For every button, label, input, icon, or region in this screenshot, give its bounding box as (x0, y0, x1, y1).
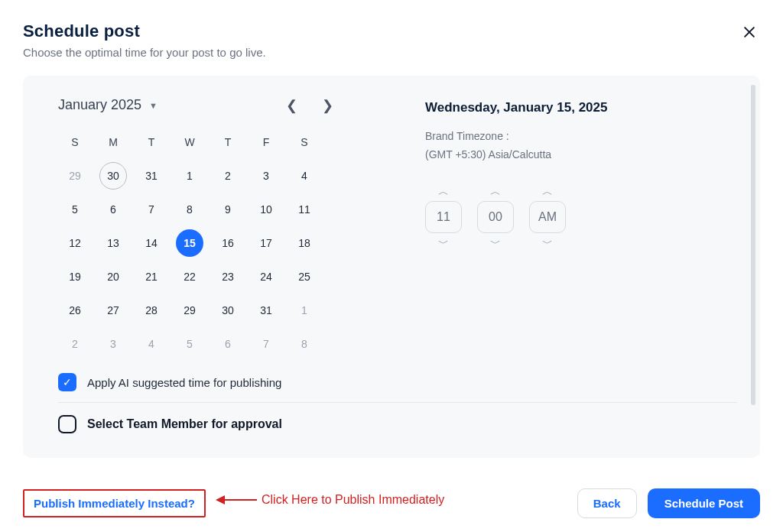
calendar-day[interactable]: 16 (214, 229, 242, 257)
calendar-day[interactable]: 8 (176, 196, 203, 223)
calendar-day[interactable]: 17 (252, 229, 280, 257)
timezone-value: (GMT +5:30) Asia/Calcutta (425, 146, 607, 164)
calendar-day[interactable]: 3 (252, 162, 280, 190)
calendar-day[interactable]: 9 (214, 196, 242, 223)
divider (58, 402, 737, 403)
minute-value[interactable]: 00 (477, 201, 514, 233)
calendar-day[interactable]: 2 (61, 330, 89, 358)
calendar-day[interactable]: 26 (61, 297, 89, 324)
calendar-day[interactable]: 24 (252, 263, 280, 290)
calendar-day[interactable]: 20 (99, 263, 127, 290)
calendar-day[interactable]: 22 (176, 263, 203, 290)
calendar-day[interactable]: 6 (214, 330, 242, 358)
calendar-day[interactable]: 29 (61, 162, 89, 190)
ai-time-checkbox[interactable]: ✓ (58, 373, 76, 391)
calendar-day[interactable]: 12 (61, 229, 89, 257)
calendar-day[interactable]: 11 (291, 196, 318, 223)
calendar-day[interactable]: 19 (61, 263, 89, 290)
calendar-day[interactable]: 4 (291, 162, 318, 190)
calendar-day[interactable]: 1 (176, 162, 203, 190)
month-picker[interactable]: January 2025 ▼ (58, 97, 158, 113)
scheduler-panel: January 2025 ▼ ❮ ❯ SMTWTFS29303112345678… (23, 76, 760, 458)
close-icon (742, 24, 757, 40)
calendar-day[interactable]: 23 (214, 263, 242, 290)
modal-subtitle: Choose the optimal time for your post to… (23, 46, 266, 59)
month-label: January 2025 (58, 97, 141, 113)
calendar-day[interactable]: 2 (214, 162, 242, 190)
calendar-day[interactable]: 14 (138, 229, 165, 257)
calendar-dow: S (58, 127, 92, 157)
timezone-label: Brand Timezone : (425, 128, 607, 146)
calendar-day[interactable]: 21 (138, 263, 165, 290)
calendar-day[interactable]: 31 (138, 162, 165, 190)
hour-down[interactable]: ﹀ (438, 238, 449, 248)
prev-month-button[interactable]: ❮ (286, 99, 297, 112)
calendar-dow: T (135, 127, 168, 157)
calendar-day[interactable]: 30 (214, 297, 242, 324)
calendar-day[interactable]: 30 (99, 162, 127, 190)
ampm-down[interactable]: ﹀ (542, 238, 553, 248)
panel-scrollbar[interactable] (751, 85, 755, 449)
calendar-day[interactable]: 13 (99, 229, 127, 257)
ampm-spinner: ︿ AM ﹀ (529, 186, 566, 248)
minute-up[interactable]: ︿ (490, 186, 501, 196)
calendar-dow: M (96, 127, 130, 157)
ampm-up[interactable]: ︿ (542, 186, 553, 196)
publish-immediately-link[interactable]: Publish Immediately Instead? (23, 489, 206, 517)
back-button[interactable]: Back (577, 488, 637, 518)
minute-spinner: ︿ 00 ﹀ (477, 186, 514, 248)
calendar-day[interactable]: 28 (138, 297, 165, 324)
calendar-day[interactable]: 5 (61, 196, 89, 223)
chevron-down-icon: ▼ (149, 101, 158, 110)
approval-checkbox[interactable] (58, 415, 76, 433)
close-button[interactable] (739, 21, 760, 43)
calendar-day[interactable]: 4 (138, 330, 165, 358)
calendar-day[interactable]: 5 (176, 330, 203, 358)
calendar-day[interactable]: 3 (99, 330, 127, 358)
approval-label: Select Team Member for approval (87, 417, 282, 431)
calendar-day[interactable]: 10 (252, 196, 280, 223)
schedule-post-modal: Schedule post Choose the optimal time fo… (0, 0, 783, 532)
next-month-button[interactable]: ❯ (322, 99, 333, 112)
calendar-dow: T (211, 127, 245, 157)
calendar-day[interactable]: 8 (291, 330, 318, 358)
calendar-dow: F (249, 127, 283, 157)
calendar-day[interactable]: 1 (291, 297, 318, 324)
calendar-day[interactable]: 7 (252, 330, 280, 358)
modal-title: Schedule post (23, 21, 266, 41)
hour-spinner: ︿ 11 ﹀ (425, 186, 462, 248)
calendar-day[interactable]: 7 (138, 196, 165, 223)
minute-down[interactable]: ﹀ (490, 238, 501, 248)
selected-date: Wednesday, January 15, 2025 (425, 100, 607, 115)
hour-value[interactable]: 11 (425, 201, 462, 233)
ai-time-label: Apply AI suggested time for publishing (87, 376, 281, 389)
calendar-day[interactable]: 31 (252, 297, 280, 324)
calendar-day[interactable]: 6 (99, 196, 127, 223)
calendar-day[interactable]: 18 (291, 229, 318, 257)
calendar-day[interactable]: 27 (99, 297, 127, 324)
calendar-day[interactable]: 29 (176, 297, 203, 324)
calendar-dow: W (173, 127, 206, 157)
hour-up[interactable]: ︿ (438, 186, 449, 196)
schedule-post-button[interactable]: Schedule Post (648, 488, 760, 518)
calendar-day[interactable]: 15 (176, 229, 203, 257)
ampm-value[interactable]: AM (529, 201, 566, 233)
calendar-dow: S (288, 127, 321, 157)
calendar-day[interactable]: 25 (291, 263, 318, 290)
